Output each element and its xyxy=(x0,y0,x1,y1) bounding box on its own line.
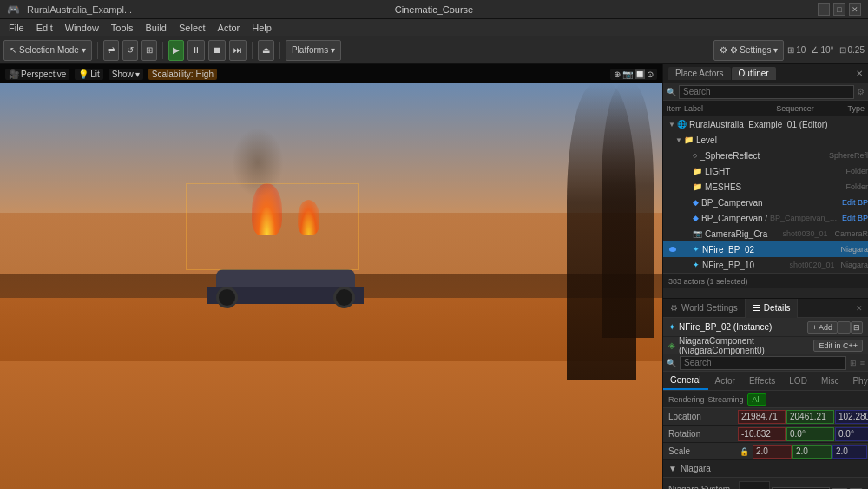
tree-item-bp-campervan2[interactable]: ◆ BP_Campervan / BP_Campervan_Chaos2... … xyxy=(663,210,868,226)
scale-inputs xyxy=(753,445,867,459)
main-toolbar: ↖ Selection Mode ▾ ⇄ ↺ ⊞ ▶ ⏸ ⏹ ⏭ ⏏ Platf… xyxy=(0,36,868,64)
panel-close-button[interactable]: ✕ xyxy=(856,69,863,78)
tab-actor[interactable]: Actor xyxy=(708,372,742,390)
tree-item-meshes[interactable]: 📁 MESHES Folder xyxy=(663,179,868,195)
step-button[interactable]: ⏭ xyxy=(229,40,247,61)
rotation-z-input[interactable] xyxy=(835,427,868,441)
stop-button[interactable]: ⏹ xyxy=(208,40,226,61)
rotation-y-input[interactable] xyxy=(786,427,834,441)
rotation-x-input[interactable] xyxy=(738,427,786,441)
viewport-toolbar: 🎥 Perspective 💡 Lit Show ▾ Scalability: … xyxy=(0,64,662,83)
tree-item-light[interactable]: 📁 LIGHT Folder xyxy=(663,163,868,179)
platforms-button[interactable]: Platforms ▾ xyxy=(286,40,341,61)
streaming-label: Streaming xyxy=(708,395,744,404)
transform-section: Location ↺ Rotation xyxy=(663,408,868,460)
location-y-input[interactable] xyxy=(786,410,834,424)
tree-item-sphere[interactable]: ○ _SphereReflect SphereRefl xyxy=(663,148,868,163)
tree-label: CameraRig_Cra xyxy=(705,229,779,239)
tree-item-nfire-bp02[interactable]: ✦ NFire_BP_02 Niagara xyxy=(663,241,868,257)
location-row: Location ↺ xyxy=(663,408,868,426)
grid-size: 10 xyxy=(796,45,806,55)
tree-arrow: ▼ xyxy=(675,136,684,144)
outliner-tab[interactable]: Outliner xyxy=(732,67,776,80)
details-close-button[interactable]: ✕ xyxy=(851,304,868,313)
menu-actor[interactable]: Actor xyxy=(213,20,246,36)
tab-physics[interactable]: Physics xyxy=(845,372,868,390)
lock-icon[interactable]: 🔒 xyxy=(738,447,751,456)
scale-btn[interactable]: ⊞ xyxy=(141,40,157,61)
location-x-input[interactable] xyxy=(738,410,786,424)
close-button[interactable]: ✕ xyxy=(849,3,861,16)
tab-misc[interactable]: Misc xyxy=(814,372,846,390)
niagara-asset-header: Niagara System Asset ✦✦ NFire_BP_03 ▾ 📂 xyxy=(668,481,863,489)
perspective-button[interactable]: 🎥 Perspective xyxy=(5,69,69,80)
niagara-section-header[interactable]: ▼ Niagara xyxy=(663,460,868,478)
minimize-button[interactable]: — xyxy=(818,3,830,16)
selection-mode-button[interactable]: ↖ Selection Mode ▾ xyxy=(3,40,92,61)
tree-item-level[interactable]: ▼ 📁 Level xyxy=(663,132,868,148)
selection-highlight xyxy=(186,183,359,270)
scale-y-input[interactable] xyxy=(792,445,832,459)
location-z-input[interactable] xyxy=(835,410,868,424)
level-icon: 📁 xyxy=(684,135,694,144)
tree-item-bp-campervan1[interactable]: ◆ BP_Campervan Edit BP xyxy=(663,195,868,210)
search-filter-icon[interactable]: ≡ xyxy=(860,359,865,367)
viewport-container: 🎥 Perspective 💡 Lit Show ▾ Scalability: … xyxy=(0,64,662,489)
edit-cpp-button[interactable]: Edit in C++ xyxy=(813,340,863,352)
lit-button[interactable]: 💡 Lit xyxy=(75,69,103,80)
pause-button[interactable]: ⏸ xyxy=(187,40,205,61)
tab-general[interactable]: General xyxy=(663,372,708,390)
visibility-eye[interactable] xyxy=(667,247,679,252)
tree-item-camera-rig1[interactable]: 📷 CameraRig_Cra shot0030_01 CameraR xyxy=(663,226,868,241)
search-options-icon[interactable]: ⊞ xyxy=(850,359,857,367)
separator xyxy=(279,42,280,59)
menu-tools[interactable]: Tools xyxy=(106,20,139,36)
tree-item-nfire-bp10[interactable]: ✦ NFire_BP_10 shot0020_01 Niagara xyxy=(663,257,868,273)
tab-effects[interactable]: Effects xyxy=(742,372,782,390)
add-component-button[interactable]: + Add xyxy=(807,321,838,334)
menu-window[interactable]: Window xyxy=(60,20,104,36)
camera-controls[interactable]: ⊕ 📷🔲⊙ xyxy=(610,69,657,80)
selection-mode-label: Selection Mode xyxy=(19,45,79,55)
menu-edit[interactable]: Edit xyxy=(31,20,58,36)
details-tab[interactable]: ☰ Details xyxy=(745,299,799,318)
details-search-input[interactable] xyxy=(680,356,846,370)
sequencer-cell: shot0030_01 xyxy=(779,229,831,238)
rotate-btn[interactable]: ↺ xyxy=(122,40,138,61)
separator xyxy=(97,42,98,59)
sequencer-cell2: shot0020_01 xyxy=(789,261,837,269)
scalability-button[interactable]: Scalability: High xyxy=(148,69,217,80)
viewport-3d[interactable] xyxy=(0,64,662,489)
all-button[interactable]: All xyxy=(747,393,766,406)
eject-button[interactable]: ⏏ xyxy=(258,40,274,61)
outliner-search-input[interactable] xyxy=(679,85,854,99)
play-button[interactable]: ▶ xyxy=(168,40,184,61)
panel-tabs: Place Actors Outliner xyxy=(668,67,776,80)
maximize-button[interactable]: □ xyxy=(833,3,845,16)
scale-z-input[interactable] xyxy=(832,445,867,459)
tab-lod[interactable]: LOD xyxy=(782,372,814,390)
show-button[interactable]: Show ▾ xyxy=(108,69,143,80)
filter-icon[interactable]: ⚙ xyxy=(857,87,865,96)
rotation-inputs xyxy=(738,427,868,441)
scale-value: 0.25 xyxy=(848,45,865,55)
menu-select[interactable]: Select xyxy=(174,20,211,36)
world-settings-tab[interactable]: ⚙ World Settings xyxy=(663,299,745,318)
title-bar-left: 🎮 RuralAustralia_Exampl... xyxy=(7,3,132,16)
menu-build[interactable]: Build xyxy=(141,20,172,36)
scale-value: 🔒 ↺ xyxy=(738,445,868,459)
component-menu-button[interactable]: ⊟ xyxy=(851,321,863,334)
details-actor-header: ✦ NFire_BP_02 (Instance) + Add ⋯ ⊟ xyxy=(663,318,868,337)
menu-help[interactable]: Help xyxy=(247,20,277,36)
place-actors-tab[interactable]: Place Actors xyxy=(668,67,731,80)
settings-button[interactable]: ⚙ ⚙ Settings ▾ xyxy=(713,40,785,61)
scale-x-input[interactable] xyxy=(753,445,792,459)
project-name: RuralAustralia_Exampl... xyxy=(27,4,132,15)
tree-item-root[interactable]: ▼ 🌐 RuralAustralia_Example_01 (Editor) xyxy=(663,116,868,132)
lit-icon: 💡 xyxy=(78,69,89,79)
niagara-asset-controls: ✦✦ NFire_BP_03 ▾ 📂 ↗ xyxy=(739,481,863,489)
menu-file[interactable]: File xyxy=(3,20,30,36)
tree-label: MESHES xyxy=(705,182,842,192)
component-options-button[interactable]: ⋯ xyxy=(838,321,851,334)
transform-btn[interactable]: ⇄ xyxy=(103,40,119,61)
